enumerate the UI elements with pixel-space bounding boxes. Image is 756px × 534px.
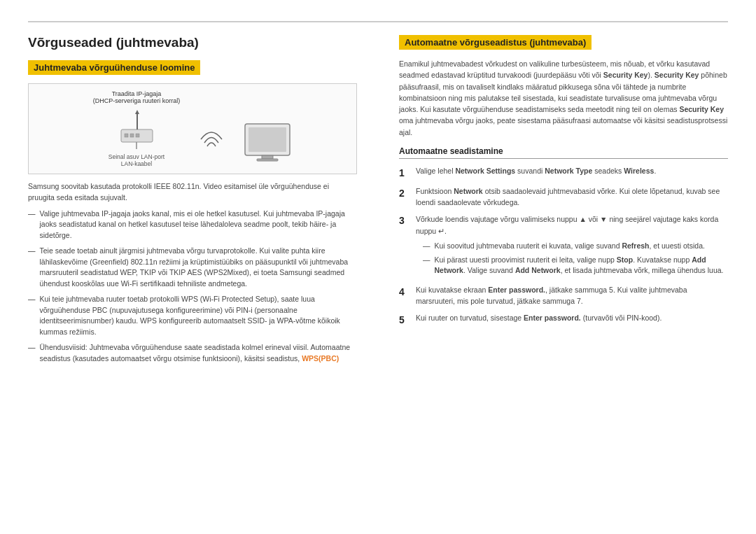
svg-rect-4 xyxy=(130,134,134,137)
step-3-sub-2-text: Kui pärast uuesti proovimist ruuterit ei… xyxy=(435,255,729,277)
step-2-number: 2 xyxy=(399,186,409,209)
svg-rect-5 xyxy=(136,134,139,137)
tv-device xyxy=(243,122,292,167)
step-3-subitems: Kui soovitud juhtmevaba ruuterit ei kuva… xyxy=(416,241,728,276)
step-3-text: Võrkude loendis vajutage võrgu valimisek… xyxy=(416,215,718,235)
wps-link[interactable]: WPS(PBC) xyxy=(302,354,339,363)
step-2: 2 Funktsioon Network otsib saadaolevaid … xyxy=(399,186,728,209)
steps-list: 1 Valige lehel Network Settings suvandi … xyxy=(399,166,728,328)
step-2-text: Funktsioon Network otsib saadaolevaid ju… xyxy=(416,186,728,209)
svg-rect-9 xyxy=(262,155,273,159)
step-4-number: 4 xyxy=(399,285,409,307)
step-3-sub-1: Kui soovitud juhtmevaba ruuterit ei kuva… xyxy=(423,241,728,252)
subsection-title: Automaatne seadistamine xyxy=(399,146,728,159)
dash-item-1-text: Valige juhtmevaba IP-jagaja jaoks kanal,… xyxy=(40,209,358,241)
step-5-number: 5 xyxy=(399,313,409,328)
router-device: Traadita IP-jagaja (DHCP-serveriga ruute… xyxy=(93,90,181,167)
right-section-title: Automaatne võrguseadistus (juhtmevaba) xyxy=(399,35,592,50)
step-4-text: Kui kuvatakse ekraan Enter password., jä… xyxy=(416,285,728,307)
left-section-title: Juhtmevaba võrguühenduse loomine xyxy=(28,60,200,75)
two-column-layout: Võrguseaded (juhtmevaba) Juhtmevaba võrg… xyxy=(28,35,728,368)
dash-item-2-text: Teie seade toetab ainult järgmisi juhtme… xyxy=(40,246,358,290)
diagram-inner: Traadita IP-jagaja (DHCP-serveriga ruute… xyxy=(93,90,293,167)
svg-marker-2 xyxy=(135,110,139,114)
dash-item-4-text: Ühendusviisid: Juhtmevaba võrguühenduse … xyxy=(40,342,358,365)
dash-item-3-text: Kui teie juhtmevaba ruuter toetab protok… xyxy=(40,294,358,338)
step-3-sub-1-text: Kui soovitud juhtmevaba ruuterit ei kuva… xyxy=(435,241,705,252)
lan-cable-label: LAN-kaabel xyxy=(121,160,152,167)
router-icon xyxy=(118,108,156,152)
step-3-number: 3 xyxy=(399,213,409,279)
network-diagram: Traadita IP-jagaja (DHCP-serveriga ruute… xyxy=(28,83,357,174)
step-1: 1 Valige lehel Network Settings suvandi … xyxy=(399,166,728,181)
step-5-text: Kui ruuter on turvatud, sisestage Enter … xyxy=(416,313,662,328)
left-column: Võrguseaded (juhtmevaba) Juhtmevaba võrg… xyxy=(28,35,371,368)
step-1-text: Valige lehel Network Settings suvandi Ne… xyxy=(416,166,656,181)
dash-item-4: Ühendusviisid: Juhtmevaba võrguühenduse … xyxy=(28,342,357,365)
dash-item-2: Teie seade toetab ainult järgmisi juhtme… xyxy=(28,246,357,290)
step-3: 3 Võrkude loendis vajutage võrgu valimis… xyxy=(399,213,728,279)
router-label: Traadita IP-jagaja (DHCP-serveriga ruute… xyxy=(93,90,181,104)
lan-port-label: Seinal asuv LAN-port xyxy=(108,153,164,160)
step-4: 4 Kui kuvatakse ekraan Enter password., … xyxy=(399,285,728,307)
top-rule xyxy=(28,21,728,22)
svg-rect-3 xyxy=(125,134,128,137)
main-title: Võrguseaded (juhtmevaba) xyxy=(28,35,357,50)
right-column: Automaatne võrguseadistus (juhtmevaba) E… xyxy=(399,35,728,368)
step-1-number: 1 xyxy=(399,166,409,181)
svg-rect-8 xyxy=(248,127,286,152)
left-intro-para: Samsung soovitab kasutada protokolli IEE… xyxy=(28,181,357,204)
svg-rect-10 xyxy=(257,159,278,161)
right-intro-para: Enamikul juhtmevabadest võrkudest on val… xyxy=(399,58,728,138)
wifi-waves-icon xyxy=(197,115,225,167)
step-3-content: Võrkude loendis vajutage võrgu valimisek… xyxy=(416,213,728,279)
step-5: 5 Kui ruuter on turvatud, sisestage Ente… xyxy=(399,313,728,328)
dash-item-3: Kui teie juhtmevaba ruuter toetab protok… xyxy=(28,294,357,338)
step-3-sub-2: Kui pärast uuesti proovimist ruuterit ei… xyxy=(423,255,728,277)
dash-item-1: Valige juhtmevaba IP-jagaja jaoks kanal,… xyxy=(28,209,357,241)
